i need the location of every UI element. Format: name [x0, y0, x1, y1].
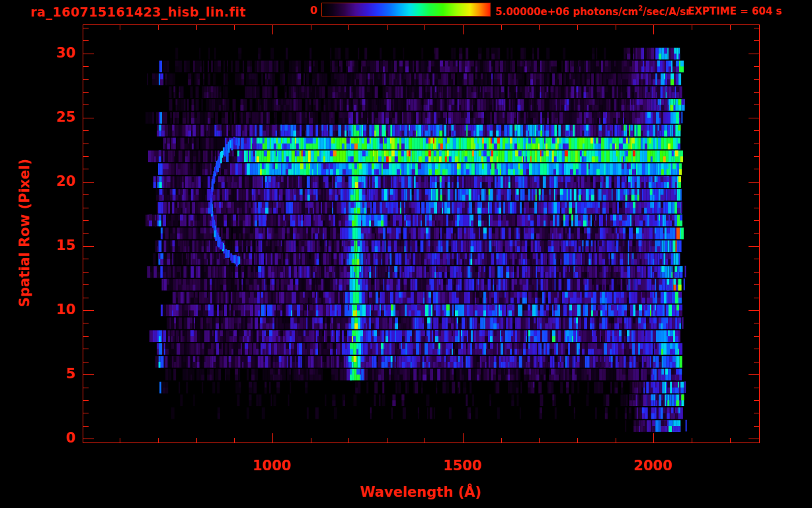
x-axis-title: Wavelength (Å) — [360, 484, 481, 500]
y-tick-label: 15 — [40, 237, 75, 253]
spectrum-heatmap-canvas — [83, 25, 759, 443]
colorbar-gradient — [321, 3, 491, 17]
y-tick-label: 0 — [40, 430, 75, 446]
x-tick-label: 1500 — [443, 458, 481, 474]
exptime-label: EXPTIME = 604 s — [688, 5, 782, 17]
y-axis-title: Spatial Row (Pixel) — [17, 159, 32, 307]
y-tick-label: 25 — [40, 109, 75, 125]
plot-frame — [83, 24, 760, 443]
y-tick-label: 10 — [40, 302, 75, 318]
colorbar-max-value: 5.00000e+06 — [495, 6, 569, 18]
colorbar-max-label: 5.00000e+06 photons/cm2/sec/A/sr — [495, 5, 690, 18]
colorbar-units-suffix: /sec/A/sr — [643, 6, 690, 18]
y-tick-label: 30 — [40, 45, 75, 61]
colorbar-units-superscript: 2 — [638, 5, 643, 12]
spectral-image-viewer: ra_160715161423_hisb_lin.fit 0 5.00000e+… — [0, 0, 812, 508]
colorbar-units-prefix: photons/cm — [569, 6, 638, 18]
file-title: ra_160715161423_hisb_lin.fit — [30, 5, 246, 19]
y-tick-label: 20 — [40, 173, 75, 189]
colorbar-min-label: 0 — [296, 4, 317, 17]
x-tick-label: 1000 — [253, 458, 291, 474]
x-tick-label: 2000 — [633, 458, 672, 474]
y-tick-label: 5 — [40, 366, 75, 382]
